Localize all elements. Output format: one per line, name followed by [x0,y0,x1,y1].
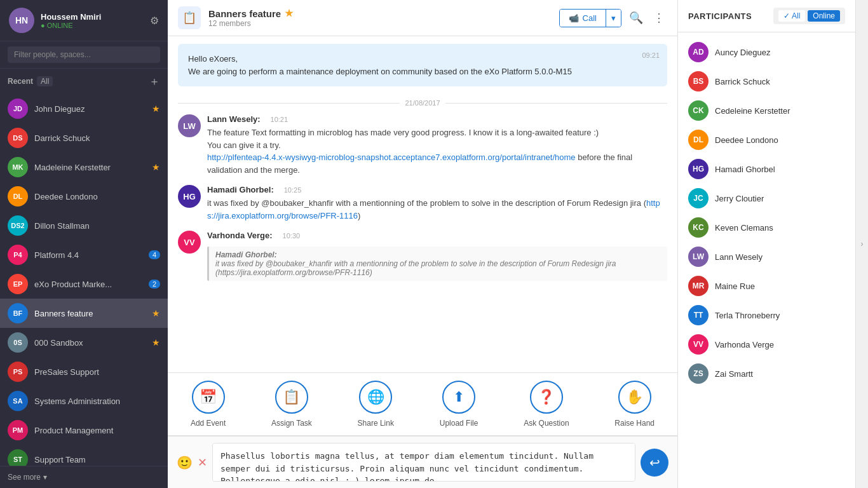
participant-avatar: VV [688,334,709,355]
message-time: 10:21 [271,116,288,123]
participant-name: Cedeleine Kerstetter [715,106,790,116]
more-options-icon[interactable]: ⋮ [651,8,667,27]
add-conversation-icon[interactable]: ＋ [149,74,160,89]
participant-name: Zai Smartt [715,369,753,379]
participant-name: Lann Wesely [715,252,763,262]
sidebar-item-platform-44[interactable]: P4 Platform 4.4 4 [0,240,168,269]
user-avatar: HN [9,8,34,33]
sidebar-item-banners-feature[interactable]: BF Banners feature ★ [0,299,168,328]
raise-hand-button[interactable]: ✋ Raise Hand [614,381,654,428]
sidebar-item-label: Product Management [34,426,160,435]
sidebar-item-john-dieguez[interactable]: JD John Dieguez ★ [0,94,168,123]
participant-item: JC Jerry Cloutier [678,184,855,213]
participant-item: DL Deedee Londono [678,125,855,154]
participant-list: AD Auncy Dieguez BS Barrick Schuck CK Ce… [678,32,855,488]
call-button[interactable]: 📹 Call [560,10,606,27]
message-input[interactable] [212,443,635,482]
star-icon: ★ [152,104,160,114]
participant-name: Jerry Cloutier [715,194,764,203]
chat-header-info: Banners feature ★ 12 members [208,8,552,28]
sidebar-item-deedee-londono[interactable]: DL Deedee Londono [0,182,168,211]
search-header-icon[interactable]: 🔍 [627,8,646,27]
sidebar-item-000-sandbox[interactable]: 0S 000 Sandbox ★ [0,328,168,357]
sidebar-item-product-mgmt[interactable]: PM Product Management [0,416,168,445]
assign-task-icon: 📋 [275,381,308,414]
sidebar-item-madeleine-kerstetter[interactable]: MK Madeleine Kerstetter ★ [0,152,168,182]
sidebar-item-avatar: DS [8,128,28,148]
message-author: Hamadi Ghorbel: [207,185,274,194]
sidebar-header: HN Houssem Nmiri ● ONLINE ⚙ [0,0,168,41]
filter-dropdown-container: ✓ All Online [773,8,845,24]
announcement-text: Hello eXoers, We are going to perform a … [188,53,657,78]
ask-question-label: Ask Question [524,419,569,428]
participant-avatar: KC [688,217,709,238]
participants-title: PARTICIPANTS [688,11,752,21]
upload-file-label: Upload File [440,419,478,428]
share-link-label: Share Link [358,419,394,428]
participant-name: Auncy Dieguez [715,48,770,57]
participant-avatar: AD [688,42,709,62]
call-dropdown-button[interactable]: ▾ [606,10,621,27]
emoji-button[interactable]: 🙂 [177,455,193,470]
participant-name: Terla Throneberry [715,311,780,320]
sidebar-item-support-team[interactable]: ST Support Team [0,445,168,466]
avatar: HG [178,185,201,208]
add-event-button[interactable]: 📅 Add Event [191,381,226,428]
upload-file-button[interactable]: ⬆ Upload File [440,381,478,428]
sidebar-item-systems-admin[interactable]: SA Systems Administration [0,386,168,416]
message-time: 10:25 [284,186,302,194]
favorite-star-icon[interactable]: ★ [285,8,293,19]
sidebar-item-label: Systems Administration [34,396,160,406]
sidebar-item-presales-support[interactable]: PS PreSales Support [0,357,168,386]
chat-header-actions: 📹 Call ▾ 🔍 ⋮ [559,8,667,27]
message-link[interactable]: http://plfenteap-4.4.x-wysiwyg-microblog… [207,152,576,162]
sidebar-item-avatar: BF [8,303,28,323]
participant-name: Maine Rue [715,281,755,291]
search-input[interactable] [8,46,160,63]
username: Houssem Nmiri [41,12,144,22]
right-panel: PARTICIPANTS ✓ All Online AD Auncy Diegu… [677,0,855,488]
settings-icon[interactable]: ⚙ [150,15,159,27]
chat-input-area: 🙂 ✕ ↩ [168,436,677,488]
share-link-button[interactable]: 🌐 Share Link [358,381,394,428]
star-icon: ★ [152,337,160,348]
sidebar-item-avatar: DL [8,186,28,207]
sidebar-item-label: Support Team [34,455,160,464]
message-author: Varhonda Verge: [207,231,273,240]
clear-input-button[interactable]: ✕ [198,456,207,470]
sidebar-item-label: Platform 4.4 [34,250,142,260]
all-filter-btn[interactable]: All [37,76,53,86]
sidebar-item-avatar: PM [8,420,28,440]
sidebar-item-darrick-schuck[interactable]: DS Darrick Schuck [0,123,168,152]
online-filter-option[interactable]: Online [808,10,840,22]
participant-item: ZS Zai Smartt [678,359,855,388]
message-row: LW Lann Wesely: 10:21 The feature Text f… [178,114,667,176]
message-author: Lann Wesely: [207,114,261,124]
sidebar-item-avatar: EP [8,274,28,294]
message-top: Varhonda Verge: 10:30 [207,231,667,243]
sidebar-items-list: JD John Dieguez ★ DS Darrick Schuck MK M… [0,94,168,466]
assign-task-button[interactable]: 📋 Assign Task [271,381,312,428]
sidebar-item-exo-product[interactable]: EP eXo Product Marke... 2 [0,269,168,299]
collapse-panel-button[interactable]: › [855,0,868,488]
right-panel-wrapper: PARTICIPANTS ✓ All Online AD Auncy Diegu… [677,0,868,488]
raise-hand-label: Raise Hand [614,419,654,428]
participant-name: Hamadi Ghorbel [715,165,775,174]
participants-header: PARTICIPANTS ✓ All Online [678,0,855,32]
ask-question-button[interactable]: ❓ Ask Question [524,381,569,428]
send-button[interactable]: ↩ [641,449,668,477]
sidebar-item-avatar: SA [8,391,28,411]
participant-item: MR Maine Rue [678,271,855,301]
sidebar-item-label: Banners feature [34,309,146,318]
message-link-text: http://plfenteap-4.4.x-wysiwyg-microblog… [207,151,667,176]
all-filter-option[interactable]: ✓ All [778,10,805,22]
add-event-label: Add Event [191,419,226,428]
avatar: VV [178,231,201,254]
message-top: Hamadi Ghorbel: 10:25 [207,185,667,197]
action-bar: 📅 Add Event 📋 Assign Task 🌐 Share Link ⬆… [168,372,677,436]
sidebar-item-dillon-stallman[interactable]: DS2 Dillon Stallman [0,211,168,240]
participant-avatar: JC [688,188,709,208]
see-more-button[interactable]: See more ▾ [0,466,168,488]
video-camera-icon: 📹 [569,13,579,23]
participant-name: Barrick Schuck [715,77,770,86]
